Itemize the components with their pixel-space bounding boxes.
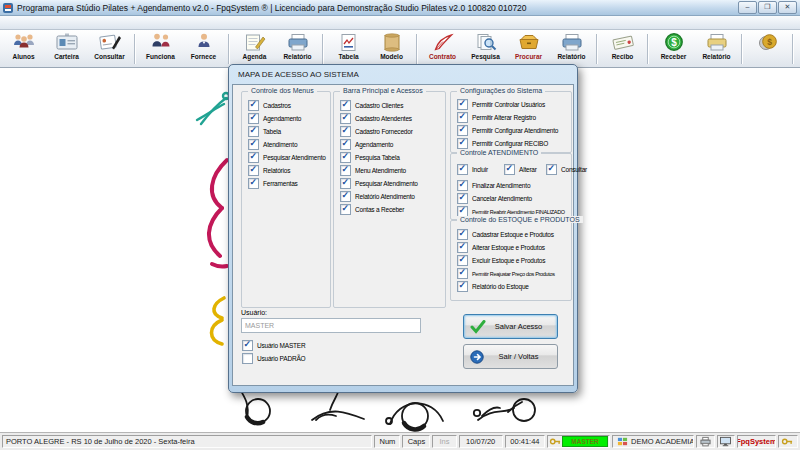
status-numlock: Num <box>374 435 400 448</box>
checkbox-row[interactable]: Relatório do Estoque <box>452 280 572 293</box>
toolbar-button-receber[interactable]: $ Receber <box>652 31 695 66</box>
checkbox[interactable] <box>248 139 259 150</box>
checkbox-row[interactable]: Cadastro Fornecedor <box>335 125 445 138</box>
checkbox-row[interactable]: Cancelar Atendimento <box>452 192 572 205</box>
checkbox[interactable] <box>340 191 351 202</box>
toolbar-button-funciona[interactable]: Funciona <box>139 31 182 66</box>
checkbox[interactable] <box>457 180 468 191</box>
checkbox[interactable] <box>457 112 468 123</box>
toolbar-button-fornece[interactable]: Fornece <box>182 31 225 66</box>
checkbox-row[interactable]: Cadastrar Estoque e Produtos <box>452 228 572 241</box>
status-insert: Ins <box>432 435 456 448</box>
checkbox[interactable] <box>248 126 259 137</box>
toolbar-button-moeda[interactable]: $ <box>746 31 789 66</box>
minimize-button[interactable]: – <box>738 1 757 14</box>
toolbar-button-consultar[interactable]: Consultar <box>88 31 131 66</box>
checkbox[interactable] <box>248 100 259 111</box>
status-printer[interactable] <box>696 435 714 448</box>
checkbox[interactable] <box>242 353 253 364</box>
maximize-button[interactable]: ❐ <box>758 1 777 14</box>
checkbox[interactable] <box>457 138 468 149</box>
toolbar-button-relatorio-3[interactable]: Relatório <box>695 31 738 66</box>
checkbox-row[interactable]: Consultar <box>541 163 572 176</box>
checkbox[interactable] <box>340 152 351 163</box>
toolbar-button-agenda[interactable]: Agenda <box>233 31 276 66</box>
toolbar-button-label: Relatório <box>557 53 585 61</box>
checkbox[interactable] <box>242 340 253 351</box>
checkbox-row[interactable]: Finalizar Atendimento <box>452 179 572 192</box>
title-bar[interactable]: Programa para Stúdio Pilates + Agendamen… <box>0 0 800 16</box>
toolbar-button-relatorio-2[interactable]: Relatório <box>550 31 593 66</box>
checkbox-row[interactable]: Permitir Controlar Usuários <box>452 98 572 111</box>
checkbox[interactable] <box>248 113 259 124</box>
toolbar-button-tabela[interactable]: Tabela <box>327 31 370 66</box>
magenta-figure <box>209 160 227 266</box>
usuario-input[interactable] <box>241 318 421 333</box>
checkbox-row[interactable]: Incluir <box>452 163 499 176</box>
dialog-body: Controle dos Menus CadastrosAgendamentoT… <box>232 84 574 386</box>
checkbox-row[interactable]: Alterar Estoque e Produtos <box>452 241 572 254</box>
toolbar-button-label: Contrato <box>429 53 456 61</box>
sair-voltas-button[interactable]: Sair / Voltas <box>463 344 558 369</box>
toolbar-button-recibo[interactable]: Recibo <box>601 31 644 66</box>
checkbox[interactable] <box>340 113 351 124</box>
checkbox[interactable] <box>457 193 468 204</box>
checkbox[interactable] <box>340 139 351 150</box>
toolbar-button-carteira[interactable]: Carteira <box>45 31 88 66</box>
checkbox-row[interactable]: Contas a Receber <box>335 203 445 216</box>
checkbox[interactable] <box>340 165 351 176</box>
checkbox-row[interactable]: Permitir Alterar Registro <box>452 111 572 124</box>
toolbar-button-contrato[interactable]: Contrato <box>421 31 464 66</box>
checkbox[interactable] <box>340 204 351 215</box>
status-monitor[interactable] <box>717 435 735 448</box>
toolbar-button-pesquisa[interactable]: Pesquisa <box>464 31 507 66</box>
svg-text:$: $ <box>767 37 772 47</box>
checkbox[interactable] <box>248 178 259 189</box>
toolbar-separator <box>596 34 598 64</box>
checkbox[interactable] <box>457 255 468 266</box>
toolbar-button-procurar[interactable]: Procurar <box>507 31 550 66</box>
checkbox-row[interactable]: Alterar <box>499 163 541 176</box>
checkbox[interactable] <box>457 164 468 175</box>
checkbox-row[interactable]: Excluir Estoque e Produtos <box>452 254 572 267</box>
toolbar-button-modelo[interactable]: Modelo <box>370 31 413 66</box>
checkbox-label: Cadastro Fornecedor <box>355 128 413 135</box>
toolbar-button-alunos[interactable]: Alunos <box>2 31 45 66</box>
toolbar-button-label: Recibo <box>612 53 634 61</box>
dollar-coin-green-icon: $ <box>661 32 687 53</box>
checkbox[interactable] <box>457 125 468 136</box>
status-time: 00:41:44 <box>505 435 545 448</box>
checkbox[interactable] <box>248 165 259 176</box>
toolbar-button-label: Tabela <box>338 53 358 61</box>
dialog-title[interactable]: MAPA DE ACESSO AO SISTEMA <box>232 65 574 84</box>
checkbox-row[interactable]: Permitir Reajustar Preço dos Produtos <box>452 267 572 280</box>
salvar-acesso-button[interactable]: Salvar Acesso <box>463 314 558 339</box>
checkbox-label: Relatórios <box>263 167 290 174</box>
checkbox-row[interactable]: Permitir Configurar Atendimento <box>452 124 572 137</box>
close-button[interactable]: ✕ <box>778 1 797 14</box>
checkbox[interactable] <box>457 99 468 110</box>
checkbox[interactable] <box>457 268 468 279</box>
toolbar-separator <box>322 34 324 64</box>
checkbox[interactable] <box>340 126 351 137</box>
checkbox[interactable] <box>340 100 351 111</box>
checkbox-row[interactable]: Relatório Atendimento <box>335 190 445 203</box>
toolbar-button-relatorio-1[interactable]: Relatório <box>276 31 319 66</box>
checkbox[interactable] <box>457 281 468 292</box>
checkbox[interactable] <box>248 152 259 163</box>
checkbox-row[interactable]: Cadastro Clientes <box>335 99 445 112</box>
checkbox[interactable] <box>504 164 515 175</box>
checkbox[interactable] <box>457 242 468 253</box>
checkbox-row[interactable]: Menu Atendimento <box>335 164 445 177</box>
checkbox[interactable] <box>457 229 468 240</box>
checkbox[interactable] <box>340 178 351 189</box>
checkbox-row[interactable]: Pesquisa Tabela <box>335 151 445 164</box>
checkbox-row[interactable]: Agendamento <box>335 138 445 151</box>
checkbox-row[interactable]: Usuário PADRÃO <box>237 352 407 365</box>
checkbox[interactable] <box>546 164 557 175</box>
status-access-key[interactable] <box>778 435 798 448</box>
checkbox-row[interactable]: Cadastro Atendentes <box>335 112 445 125</box>
toolbar-button-label: Relatório <box>283 53 311 61</box>
checkbox-row[interactable]: Usuário MASTER <box>237 339 407 352</box>
checkbox-row[interactable]: Pesquisar Atendimento <box>335 177 445 190</box>
